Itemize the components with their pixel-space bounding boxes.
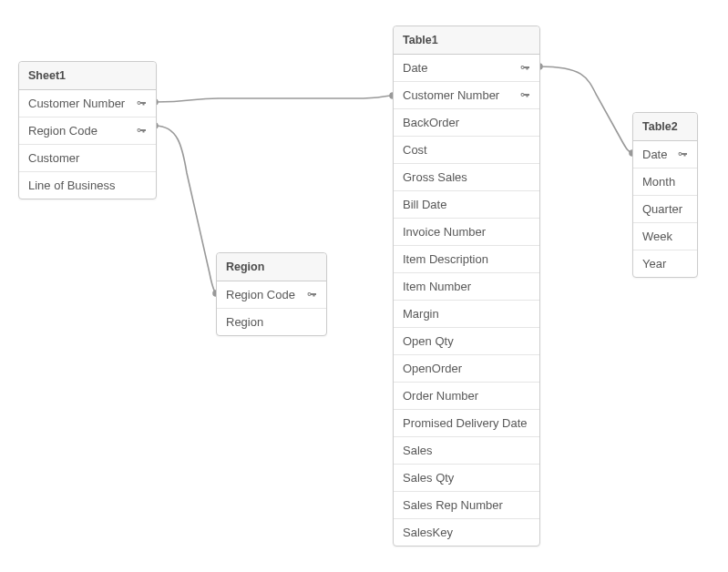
- field-row[interactable]: Customer: [19, 145, 156, 172]
- field-row[interactable]: Sales Rep Number: [394, 492, 539, 519]
- field-label: Region Code: [226, 288, 302, 301]
- field-row[interactable]: Quarter: [633, 196, 697, 223]
- field-label: Item Number: [403, 280, 530, 293]
- field-label: Order Number: [403, 389, 530, 403]
- field-row[interactable]: Date: [394, 55, 539, 82]
- field-row[interactable]: Item Number: [394, 273, 539, 301]
- table-region[interactable]: RegionRegion CodeRegion: [216, 252, 327, 336]
- field-label: Cost: [403, 143, 530, 157]
- field-row[interactable]: Region Code: [217, 281, 326, 309]
- key-icon: [677, 149, 688, 160]
- data-model-canvas: { "tables": { "sheet1": { "name": "Sheet…: [0, 0, 728, 572]
- relationship-edge: [539, 66, 632, 153]
- field-label: Bill Date: [403, 198, 530, 211]
- field-row[interactable]: Sales: [394, 437, 539, 465]
- field-row[interactable]: Item Description: [394, 246, 539, 273]
- table-title[interactable]: Region: [217, 253, 326, 281]
- field-row[interactable]: Week: [633, 223, 697, 250]
- field-row[interactable]: Month: [633, 169, 697, 196]
- field-row[interactable]: OpenOrder: [394, 355, 539, 383]
- field-label: Sales: [403, 444, 530, 457]
- field-row[interactable]: Sales Qty: [394, 465, 539, 492]
- field-label: BackOrder: [403, 116, 530, 129]
- field-label: Gross Sales: [403, 170, 530, 184]
- field-row[interactable]: Gross Sales: [394, 164, 539, 191]
- field-label: Item Description: [403, 252, 530, 266]
- field-label: OpenOrder: [403, 362, 530, 375]
- field-label: Quarter: [642, 202, 688, 216]
- field-label: Promised Delivery Date: [403, 416, 530, 430]
- table-title[interactable]: Table1: [394, 26, 539, 55]
- key-icon: [136, 98, 147, 109]
- field-label: SalesKey: [403, 526, 530, 539]
- table-title[interactable]: Table2: [633, 113, 697, 141]
- field-label: Customer Number: [28, 97, 132, 110]
- field-label: Margin: [403, 307, 530, 321]
- field-label: Invoice Number: [403, 225, 530, 239]
- field-row[interactable]: Line of Business: [19, 172, 156, 199]
- field-row[interactable]: Region Code: [19, 117, 156, 145]
- field-row[interactable]: Year: [633, 250, 697, 277]
- field-row[interactable]: Date: [633, 141, 697, 169]
- field-label: Region Code: [28, 124, 132, 138]
- key-icon: [519, 90, 530, 101]
- relationship-edge: [155, 126, 216, 293]
- field-row[interactable]: Cost: [394, 137, 539, 164]
- field-row[interactable]: BackOrder: [394, 109, 539, 137]
- field-label: Date: [642, 148, 673, 161]
- field-row[interactable]: Bill Date: [394, 191, 539, 219]
- key-icon: [306, 290, 317, 301]
- key-icon: [136, 126, 147, 137]
- field-row[interactable]: Customer Number: [19, 90, 156, 117]
- field-row[interactable]: Open Qty: [394, 328, 539, 355]
- field-row[interactable]: SalesKey: [394, 519, 539, 546]
- field-row[interactable]: Order Number: [394, 383, 539, 410]
- field-row[interactable]: Region: [217, 309, 326, 335]
- field-row[interactable]: Promised Delivery Date: [394, 410, 539, 437]
- field-row[interactable]: Margin: [394, 301, 539, 328]
- field-row[interactable]: Invoice Number: [394, 219, 539, 246]
- table-sheet1[interactable]: Sheet1Customer NumberRegion CodeCustomer…: [18, 61, 157, 199]
- relationship-edge: [155, 96, 393, 102]
- field-label: Sales Rep Number: [403, 498, 530, 512]
- field-label: Sales Qty: [403, 471, 530, 485]
- field-label: Open Qty: [403, 334, 530, 348]
- field-label: Month: [642, 175, 688, 189]
- field-label: Customer Number: [403, 88, 516, 102]
- table-table2[interactable]: Table2DateMonthQuarterWeekYear: [632, 112, 698, 278]
- field-label: Line of Business: [28, 179, 147, 192]
- field-label: Year: [642, 257, 688, 271]
- field-label: Region: [226, 315, 317, 329]
- field-label: Date: [403, 61, 516, 75]
- table-title[interactable]: Sheet1: [19, 62, 156, 90]
- field-label: Customer: [28, 151, 147, 165]
- field-row[interactable]: Customer Number: [394, 82, 539, 109]
- table-table1[interactable]: Table1DateCustomer NumberBackOrderCostGr…: [393, 26, 540, 546]
- key-icon: [519, 63, 530, 74]
- field-label: Week: [642, 230, 688, 243]
